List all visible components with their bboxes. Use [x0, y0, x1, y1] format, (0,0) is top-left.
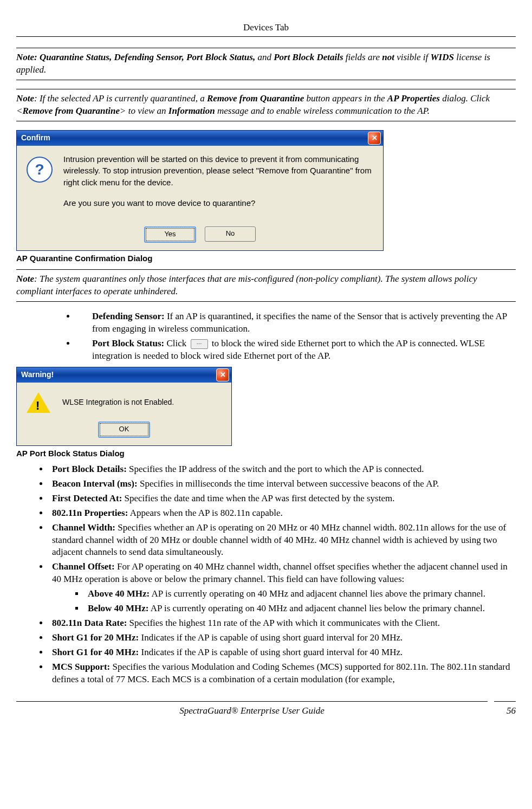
li-80211n-properties: 802.11n Properties: Appears when the AP … [49, 507, 516, 520]
li-port-block-status: Port Block Status: Click … to block the … [76, 338, 516, 363]
field-list-2: Port Block Details: Specifies the IP add… [16, 463, 516, 686]
page-footer: SpectraGuard® Enterprise User Guide 56 [16, 701, 516, 717]
li-data-rate: 802.11n Data Rate: Specifies the highest… [49, 617, 516, 630]
note-remove-quarantine: Note: If the selected AP is currently qu… [16, 89, 516, 121]
ellipsis-icon[interactable]: … [191, 339, 208, 349]
warning-message: WLSE Integration is not Enabled. [62, 397, 174, 407]
li-defending-sensor: Defending Sensor: If an AP is quarantine… [76, 310, 516, 335]
confirm-titlebar: Confirm ✕ [17, 131, 383, 146]
li-port-block-details: Port Block Details: Specifies the IP add… [49, 463, 516, 476]
li-first-detected: First Detected At: Specifies the date an… [49, 493, 516, 505]
close-icon[interactable]: ✕ [368, 132, 381, 145]
note-wids-license: Note: Quarantine Status, Defending Senso… [16, 48, 516, 80]
note-misconfigured: Note: The system quarantines only those … [16, 269, 516, 302]
yes-button[interactable]: Yes [144, 226, 196, 243]
close-icon[interactable]: ✕ [216, 368, 229, 381]
confirm-title: Confirm [21, 133, 50, 143]
warning-icon [27, 392, 50, 413]
confirm-caption: AP Quarantine Confirmation Dialog [16, 253, 516, 264]
ok-button[interactable]: OK [98, 422, 150, 438]
li-short-g1-20: Short G1 for 20 MHz: Indicates if the AP… [49, 632, 516, 644]
li-mcs-support: MCS Support: Specifies the various Modul… [49, 661, 516, 686]
page-number: 56 [494, 701, 516, 717]
warning-titlebar: Warning! ✕ [17, 367, 231, 383]
li-above-40: Above 40 MHz: AP is currently operating … [85, 588, 516, 600]
page-header: Devices Tab [16, 22, 516, 37]
confirm-dialog: Confirm ✕ ? Intrusion prevention will be… [16, 130, 384, 251]
field-list-1: Defending Sensor: If an AP is quarantine… [16, 310, 516, 363]
warning-title: Warning! [21, 370, 54, 380]
no-button[interactable]: No [205, 226, 256, 242]
li-beacon-interval: Beacon Interval (ms): Specifies in milli… [49, 478, 516, 490]
question-icon: ? [27, 157, 53, 183]
confirm-body: Intrusion prevention will be started on … [63, 153, 373, 218]
li-channel-width: Channel Width: Specifies whether an AP i… [49, 522, 516, 559]
li-channel-offset: Channel Offset: For AP operating on 40 M… [49, 561, 516, 615]
footer-text: SpectraGuard® Enterprise User Guide [16, 701, 488, 717]
li-below-40: Below 40 MHz: AP is currently operating … [85, 603, 516, 615]
warning-dialog: Warning! ✕ WLSE Integration is not Enabl… [16, 367, 232, 446]
li-short-g1-40: Short G1 for 40 MHz: Indicates if the AP… [49, 646, 516, 659]
warning-caption: AP Port Block Status Dialog [16, 448, 516, 459]
